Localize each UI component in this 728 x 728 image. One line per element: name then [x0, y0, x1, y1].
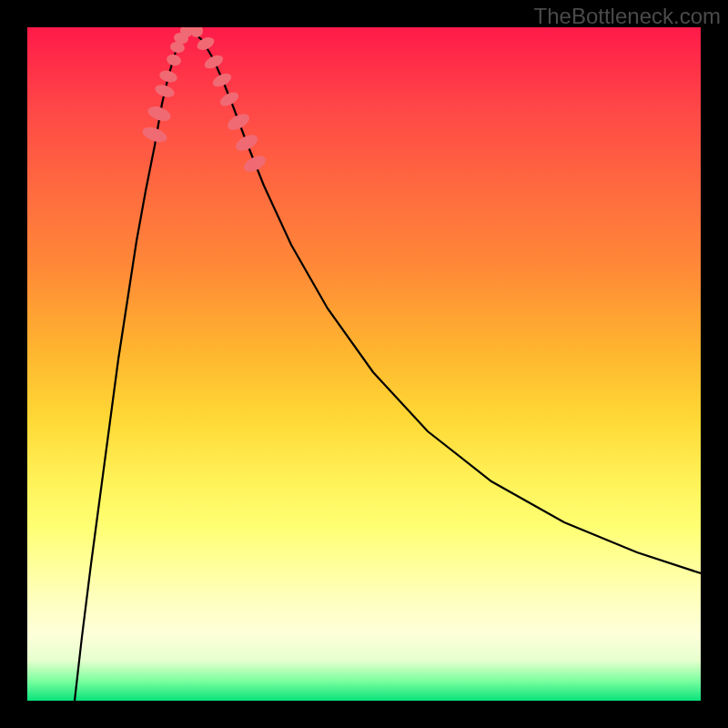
highlight-marker [166, 53, 182, 67]
highlight-marker [225, 111, 252, 134]
highlight-marker [217, 90, 240, 109]
watermark-text: TheBottleneck.com [534, 4, 721, 29]
highlight-marker [202, 53, 225, 72]
chart-svg [27, 27, 701, 701]
bottleneck-curve [75, 31, 701, 701]
highlight-marker [190, 27, 203, 37]
highlight-marker [154, 83, 177, 99]
highlight-marker [210, 71, 233, 90]
highlight-marker [158, 68, 179, 84]
highlight-marker [241, 153, 268, 176]
chart-frame: TheBottleneck.com [0, 0, 728, 728]
highlight-markers [140, 27, 268, 175]
highlight-marker [233, 132, 260, 155]
plot-area [27, 27, 701, 701]
